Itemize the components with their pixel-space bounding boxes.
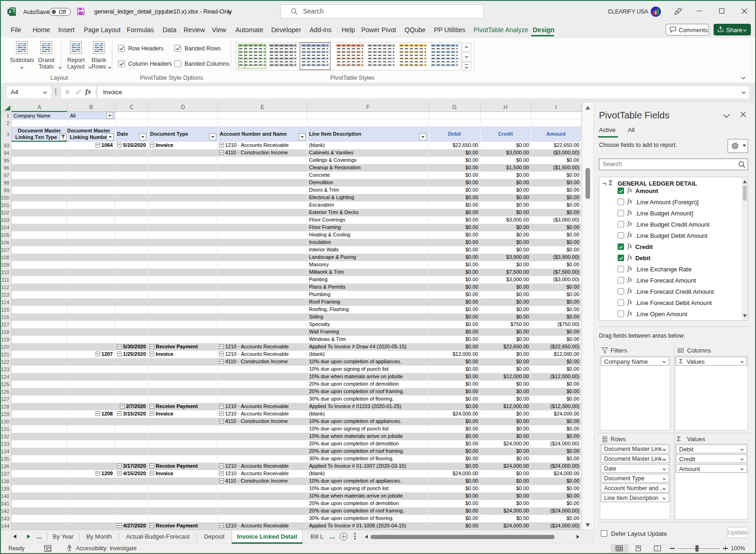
- svg-text:X: X: [8, 9, 12, 14]
